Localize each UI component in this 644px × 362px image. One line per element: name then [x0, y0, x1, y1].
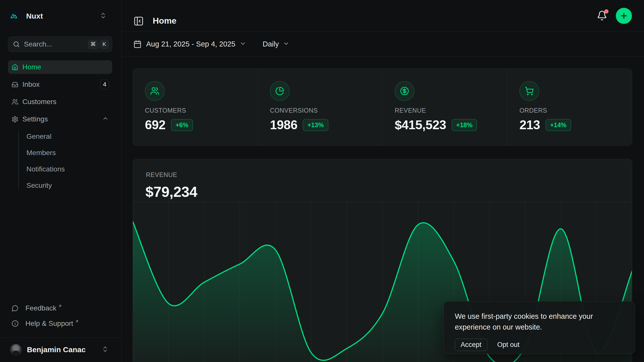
stat-delta-badge: +14% [546, 119, 571, 131]
search-icon [13, 41, 20, 48]
users-icon [12, 99, 18, 105]
granularity-value: Daily [263, 40, 279, 48]
user-name: Benjamin Canac [27, 345, 86, 354]
sidebar-subitem-label: Members [26, 149, 56, 157]
page-title: Home [153, 16, 176, 26]
chevrons-up-down-icon [100, 12, 107, 20]
sidebar-item-home[interactable]: Home [8, 60, 112, 74]
gear-icon [12, 116, 18, 123]
chevron-up-icon [102, 115, 109, 123]
sidebar-item-notifications[interactable]: Notifications [26, 162, 112, 176]
sidebar-subitem-label: Notifications [26, 165, 65, 173]
accept-cookies-button[interactable]: Accept [455, 339, 487, 351]
sidebar-item-customers[interactable]: Customers [8, 95, 112, 109]
sidebar-item-members[interactable]: Members [26, 146, 112, 159]
sidebar-item-inbox[interactable]: Inbox 4 [8, 78, 112, 91]
opt-out-button[interactable]: Opt out [497, 341, 520, 349]
notification-dot [604, 9, 609, 14]
stat-value: 1986 [270, 118, 297, 132]
plus-icon [620, 12, 628, 20]
chevron-down-icon [239, 40, 246, 48]
calendar-icon [133, 40, 142, 48]
workspace-name: Nuxt [26, 12, 43, 20]
kbd-cmd: ⌘ [88, 40, 98, 49]
user-menu[interactable]: Benjamin Canac [8, 342, 112, 357]
filter-toolbar: Aug 21, 2025 - Sep 4, 2025 Daily [122, 32, 644, 57]
sidebar-nav: Home Inbox 4 Customers Settings General … [8, 60, 112, 195]
main-area: Home Aug 21, 2025 - Sep 4, 2025 Daily [122, 0, 644, 362]
sidebar-item-label: Settings [22, 115, 48, 123]
kbd-k: K [100, 40, 109, 49]
sidebar-item-label: Inbox [22, 80, 40, 88]
stat-delta-badge: +13% [303, 119, 328, 131]
external-link-icon [75, 317, 79, 325]
stat-delta-badge: +6% [171, 119, 193, 131]
search-placeholder: Search... [24, 40, 87, 48]
date-range-value: Aug 21, 2025 - Sep 4, 2025 [146, 40, 235, 48]
feedback-label: Feedback [25, 304, 56, 312]
nuxt-logo-icon [8, 10, 20, 22]
users-icon [145, 81, 165, 101]
pie-chart-icon [270, 81, 290, 101]
top-header: Home [122, 0, 644, 32]
user-avatar [10, 344, 22, 355]
stats-card: CUSTOMERS 692 +6% CONVERSIONS 1986 +13% [133, 68, 632, 146]
cookie-message: We use first-party cookies to enhance yo… [455, 311, 618, 333]
stat-value: 213 [519, 118, 540, 132]
dashboard-app: Nuxt Search... ⌘ K Home Inbox 4 Cust [0, 0, 644, 362]
stat-conversions[interactable]: CONVERSIONS 1986 +13% [258, 69, 382, 146]
stat-delta-badge: +18% [452, 119, 477, 131]
shopping-cart-icon [519, 81, 539, 101]
circle-dollar-icon [395, 81, 414, 101]
stat-revenue[interactable]: REVENUE $415,523 +18% [382, 69, 507, 146]
stat-customers[interactable]: CUSTOMERS 692 +6% [133, 69, 258, 146]
sidebar: Nuxt Search... ⌘ K Home Inbox 4 Cust [0, 0, 122, 362]
sidebar-subitem-label: Security [26, 182, 52, 190]
stat-label: REVENUE [395, 107, 507, 114]
inbox-icon [12, 81, 18, 88]
cookie-banner: We use first-party cookies to enhance yo… [444, 301, 635, 354]
notifications-button[interactable] [597, 10, 608, 21]
stat-label: ORDERS [519, 107, 632, 114]
sidebar-subitem-label: General [26, 132, 52, 141]
feedback-link[interactable]: Feedback [8, 302, 112, 315]
sidebar-item-security[interactable]: Security [26, 179, 112, 192]
settings-children: General Members Notifications Security [8, 130, 112, 192]
search-input[interactable]: Search... ⌘ K [8, 36, 112, 52]
message-circle-icon [12, 305, 19, 312]
stat-label: CUSTOMERS [145, 107, 258, 114]
revenue-chart-label: REVENUE [146, 171, 177, 178]
sidebar-item-settings[interactable]: Settings [8, 112, 112, 126]
sidebar-item-label: Customers [22, 98, 56, 106]
external-link-icon [58, 302, 62, 310]
sidebar-divider [0, 337, 121, 338]
stat-value: $415,523 [395, 118, 446, 132]
stat-label: CONVERSIONS [270, 107, 382, 114]
granularity-select[interactable]: Daily [263, 32, 290, 57]
help-support-label: Help & Support [25, 320, 73, 328]
house-icon [12, 64, 18, 71]
add-button[interactable] [616, 8, 632, 24]
date-range-picker[interactable]: Aug 21, 2025 - Sep 4, 2025 [133, 32, 246, 57]
sidebar-item-label: Home [22, 63, 41, 71]
stat-orders[interactable]: ORDERS 213 +14% [507, 69, 632, 146]
sidebar-footer: Feedback Help & Support [8, 302, 112, 332]
inbox-count-badge: 4 [100, 80, 109, 89]
stat-value: 692 [145, 118, 166, 132]
sidebar-item-general[interactable]: General [26, 130, 112, 143]
revenue-chart-value: $79,234 [145, 183, 197, 200]
info-circle-icon [12, 320, 19, 327]
chevrons-up-down-icon [102, 346, 109, 354]
help-support-link[interactable]: Help & Support [8, 317, 112, 330]
workspace-switcher[interactable]: Nuxt [8, 10, 112, 23]
sidebar-collapse-icon[interactable] [133, 16, 144, 26]
chevron-down-icon [283, 40, 290, 48]
